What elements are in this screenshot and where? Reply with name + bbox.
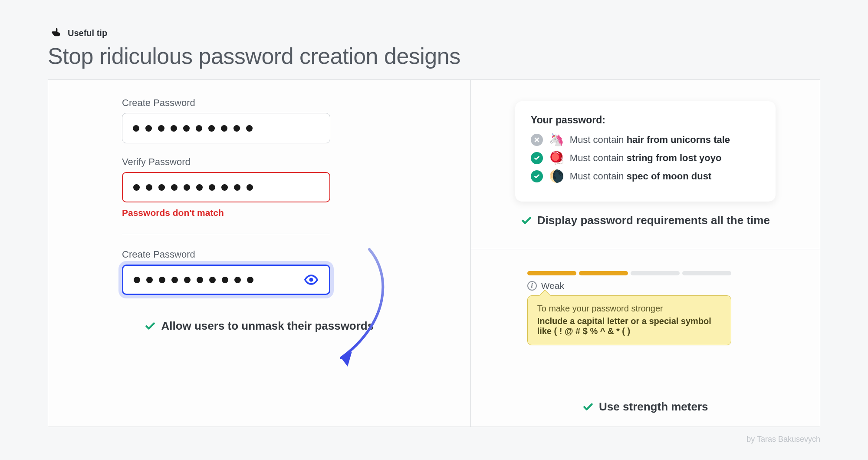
- create-password-label: Create Password: [122, 97, 330, 109]
- eye-icon[interactable]: [304, 272, 319, 287]
- password-dot: [222, 277, 228, 283]
- password-dot: [134, 277, 140, 283]
- password-dot: [209, 184, 215, 191]
- check-circle-icon: [531, 152, 543, 164]
- page-title: Stop ridiculous password creation design…: [48, 43, 820, 69]
- hint-body: Include a capital letter or a special sy…: [537, 316, 721, 336]
- right-panel: Your password: 🦄Must contain hair from u…: [471, 80, 820, 427]
- password-dot: [197, 277, 203, 283]
- password-dot: [158, 184, 165, 191]
- meter-segment: [631, 271, 680, 275]
- requirement-emoji: 🌘: [549, 170, 564, 182]
- password-dot: [146, 277, 153, 283]
- strength-section: i Weak To make your password stronger In…: [471, 249, 820, 427]
- error-message: Passwords don't match: [122, 208, 330, 218]
- requirements-caption: Display password requirements all the ti…: [493, 214, 798, 227]
- password-dot: [171, 184, 178, 191]
- verify-password-label: Verify Password: [122, 156, 330, 168]
- tip-badge-text: Useful tip: [68, 28, 107, 38]
- password-dot: [133, 125, 139, 132]
- password-dot: [209, 277, 216, 283]
- strength-label: Weak: [541, 281, 564, 291]
- password-dot: [246, 125, 253, 132]
- password-dot: [196, 125, 202, 132]
- password-dot: [221, 125, 227, 132]
- create-password-unmask-input[interactable]: [122, 265, 330, 295]
- example-board: Create Password Verify Password Password…: [48, 79, 820, 427]
- password-dot: [146, 184, 152, 191]
- check-icon: [582, 401, 594, 413]
- password-dot: [171, 277, 178, 283]
- password-dot: [159, 277, 165, 283]
- left-panel: Create Password Verify Password Password…: [48, 80, 471, 427]
- divider: [122, 234, 330, 234]
- hand-point-icon: [50, 26, 62, 40]
- requirements-section: Your password: 🦄Must contain hair from u…: [471, 80, 820, 249]
- requirement-text: Must contain string from lost yoyo: [570, 152, 722, 164]
- password-dot: [184, 277, 191, 283]
- check-icon: [521, 215, 532, 226]
- password-dot: [247, 277, 253, 283]
- x-circle-icon: [531, 134, 543, 146]
- svg-point-0: [309, 278, 313, 281]
- left-caption: Allow users to unmask their passwords: [74, 319, 444, 333]
- requirement-emoji: 🪀: [549, 152, 564, 164]
- strength-caption: Use strength meters: [493, 400, 798, 414]
- tip-badge: Useful tip: [50, 26, 820, 40]
- password-dot: [234, 184, 240, 191]
- password-dot: [247, 184, 253, 191]
- password-dot: [196, 184, 203, 191]
- strength-meter: [527, 271, 731, 275]
- password-dot: [234, 277, 241, 283]
- password-dot: [183, 125, 190, 132]
- credit-line: by Taras Bakusevych: [0, 427, 868, 444]
- requirements-heading: Your password:: [531, 114, 760, 126]
- hint-title: To make your password stronger: [537, 304, 721, 314]
- password-dot: [133, 184, 140, 191]
- requirements-list: 🦄Must contain hair from unicorns tale🪀Mu…: [531, 134, 760, 182]
- requirements-card: Your password: 🦄Must contain hair from u…: [515, 101, 776, 202]
- meter-segment: [527, 271, 576, 275]
- create-password-unmask-label: Create Password: [122, 249, 330, 260]
- info-icon: i: [527, 281, 537, 291]
- meter-segment: [579, 271, 628, 275]
- check-circle-icon: [531, 170, 543, 182]
- verify-password-input[interactable]: [122, 172, 330, 202]
- create-password-input[interactable]: [122, 113, 330, 143]
- password-dot: [221, 184, 228, 191]
- strength-label-row: i Weak: [527, 281, 731, 291]
- meter-segment: [682, 271, 731, 275]
- password-dot: [233, 125, 240, 132]
- requirement-item: 🌘Must contain spec of moon dust: [531, 170, 760, 182]
- check-icon: [145, 321, 156, 332]
- strength-hint: To make your password stronger Include a…: [527, 295, 731, 345]
- requirement-item: 🦄Must contain hair from unicorns tale: [531, 134, 760, 146]
- password-dot: [208, 125, 215, 132]
- requirement-emoji: 🦄: [549, 134, 564, 146]
- requirement-item: 🪀Must contain string from lost yoyo: [531, 152, 760, 164]
- password-dot: [184, 184, 190, 191]
- password-dot: [145, 125, 152, 132]
- requirement-text: Must contain hair from unicorns tale: [570, 134, 730, 146]
- password-dot: [158, 125, 164, 132]
- requirement-text: Must contain spec of moon dust: [570, 171, 711, 182]
- password-dot: [171, 125, 177, 132]
